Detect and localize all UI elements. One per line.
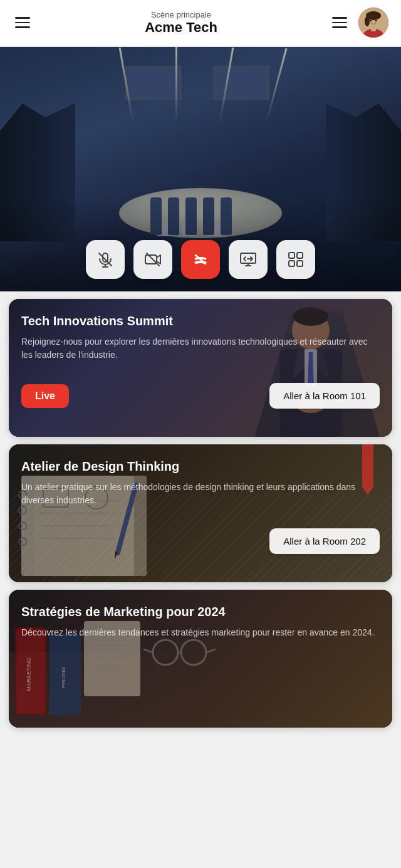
header-subtitle: Scène principale xyxy=(33,10,330,19)
card1-content: Tech Innovations Summit Rejoignez-nous p… xyxy=(9,299,392,374)
svg-rect-18 xyxy=(297,261,303,266)
svg-point-7 xyxy=(375,20,377,22)
video-section xyxy=(0,47,401,291)
event-card-2: Atelier de Design Thinking Un atelier pr… xyxy=(9,444,392,582)
wall-screen-right xyxy=(213,66,269,100)
card2-actions: Aller à la Room 202 xyxy=(9,520,392,567)
controls-bar xyxy=(86,240,315,279)
mic-off-button[interactable] xyxy=(86,240,125,279)
svg-rect-15 xyxy=(289,253,294,258)
event2-description: Un atelier pratique sur les méthodologie… xyxy=(21,481,380,507)
menu-right-button[interactable] xyxy=(330,14,350,31)
camera-off-button[interactable] xyxy=(133,240,172,279)
svg-rect-16 xyxy=(297,253,303,258)
header-title: Acme Tech xyxy=(33,19,330,36)
svg-rect-14 xyxy=(241,253,256,263)
header: Scène principale Acme Tech xyxy=(0,0,401,47)
header-left xyxy=(13,14,33,31)
screen-share-button[interactable] xyxy=(229,240,268,279)
svg-text:MARKETING: MARKETING xyxy=(26,657,32,691)
room-101-button[interactable]: Aller à la Room 101 xyxy=(269,383,380,409)
card2-content: Atelier de Design Thinking Un atelier pr… xyxy=(9,444,392,520)
header-right xyxy=(330,8,388,38)
wall-screen-left xyxy=(125,66,182,100)
end-call-button[interactable] xyxy=(181,240,220,279)
event3-description: Découvrez les dernières tendances et str… xyxy=(21,626,380,639)
event-card-1: Tech Innovations Summit Rejoignez-nous p… xyxy=(9,299,392,437)
event-card-3: MARKETING PRICING Stratégies de Marketin… xyxy=(9,590,392,728)
event3-title: Stratégies de Marketing pour 2024 xyxy=(21,604,380,620)
menu-left-button[interactable] xyxy=(13,14,33,31)
spotlight-2 xyxy=(175,47,177,122)
event1-description: Rejoignez-nous pour explorer les dernièr… xyxy=(21,335,380,362)
svg-rect-12 xyxy=(145,255,157,264)
card1-actions: Live Aller à la Room 101 xyxy=(9,374,392,421)
svg-point-6 xyxy=(370,20,372,22)
svg-point-5 xyxy=(365,16,370,26)
svg-text:PRICING: PRICING xyxy=(61,667,66,688)
event2-title: Atelier de Design Thinking xyxy=(21,458,380,474)
content-area: Tech Innovations Summit Rejoignez-nous p… xyxy=(0,299,401,728)
avatar[interactable] xyxy=(358,8,388,38)
svg-rect-17 xyxy=(289,261,294,266)
header-center: Scène principale Acme Tech xyxy=(33,10,330,36)
card3-content: Stratégies de Marketing pour 2024 Découv… xyxy=(9,590,392,652)
live-badge: Live xyxy=(21,384,69,408)
grid-view-button[interactable] xyxy=(276,240,315,279)
event1-title: Tech Innovations Summit xyxy=(21,313,380,329)
room-202-button[interactable]: Aller à la Room 202 xyxy=(269,528,380,554)
